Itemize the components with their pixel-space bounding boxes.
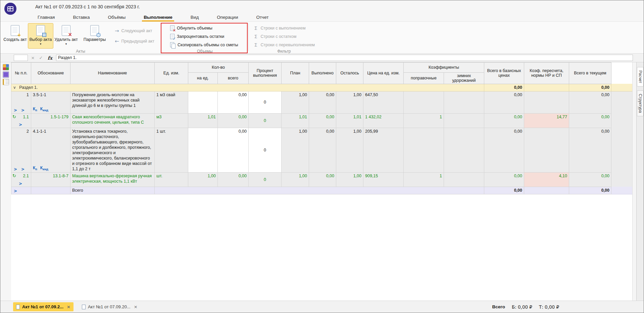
col-header-basis[interactable]: Обоснование: [31, 63, 70, 84]
ribbon-tab-operations[interactable]: Операции: [208, 13, 247, 21]
parameters-button[interactable]: Параметры: [82, 23, 107, 49]
cell-total-cur[interactable]: 0,00: [569, 187, 611, 194]
col-header-coef-corr[interactable]: поправочные: [404, 73, 444, 84]
side-tab-structure[interactable]: Структура: [637, 90, 644, 116]
select-act-button[interactable]: Выбор акта ▾: [28, 23, 53, 49]
ribbon-tab-volumes[interactable]: Объёмы: [99, 13, 135, 21]
vertical-scrollbar[interactable]: [632, 62, 636, 301]
cell-coef-recalc[interactable]: [524, 128, 569, 172]
cell-name-box[interactable]: [14, 55, 28, 61]
cell-qty-per[interactable]: [188, 128, 218, 172]
cell-name[interactable]: Установка станка токарного, сверлильно-р…: [70, 128, 155, 172]
col-header-qty-total[interactable]: всего: [218, 73, 249, 84]
cell-middle[interactable]: [155, 187, 484, 194]
cell-qty-total[interactable]: 0,00: [218, 91, 249, 113]
cell-total-cur[interactable]: 0,00: [569, 172, 611, 187]
col-header-num[interactable]: № п.п.: [11, 63, 31, 84]
cell-plan[interactable]: 1,00: [282, 172, 309, 187]
col-header-coef-winter[interactable]: зимних удорожаний: [444, 73, 484, 84]
cell-price[interactable]: 909,15: [363, 172, 404, 187]
cell-price[interactable]: 205,99: [363, 128, 404, 172]
col-header-qty-per[interactable]: на ед.: [188, 73, 218, 84]
cell-total-base[interactable]: 0,00: [484, 91, 524, 113]
cell-name[interactable]: Машина вертикально-фрезерная ручная элек…: [70, 172, 155, 187]
cell-percent[interactable]: 0: [249, 91, 282, 113]
chevron-right-icon[interactable]: >: [21, 167, 24, 171]
cell-coef-recalc[interactable]: [524, 84, 569, 91]
col-header-name[interactable]: Наименование: [70, 63, 155, 84]
ribbon-tab-report[interactable]: Отчет: [247, 13, 278, 21]
side-tab-calculation[interactable]: Расчет: [637, 67, 644, 86]
function-icon[interactable]: fx: [46, 55, 54, 61]
copy-volumes-button[interactable]: Скопировать объемы со сметы: [168, 41, 241, 49]
ribbon-tab-execution[interactable]: Выполнение: [135, 13, 182, 21]
grid-row-item[interactable]: 2>>4.1-1-1КпКиндУстановка станка токарно…: [11, 128, 633, 172]
next-act-button[interactable]: → Следующий акт: [112, 27, 157, 35]
delete-act-button[interactable]: × Удалить акт ▾: [53, 23, 79, 49]
cell-num[interactable]: 2>>: [11, 128, 31, 172]
coef-link[interactable]: Кинд: [40, 107, 48, 113]
prev-act-button[interactable]: ← Предыдущий акт: [112, 38, 157, 45]
formula-input[interactable]: Раздел 1.: [56, 55, 633, 61]
cell-unit[interactable]: 1 шт.: [155, 128, 188, 172]
cell-section-label[interactable]: >Раздел 1.: [11, 84, 484, 91]
cell-percent[interactable]: 0: [249, 128, 282, 172]
ribbon-tab-home[interactable]: Главная: [29, 13, 64, 21]
coef-link[interactable]: Кп: [33, 107, 37, 113]
cell-coef-recalc[interactable]: 4,10: [524, 172, 569, 187]
col-header-coef-group[interactable]: Коэффициенты: [404, 63, 484, 73]
confirm-icon[interactable]: ✓: [38, 55, 44, 60]
cell-done[interactable]: 0,00: [309, 172, 336, 187]
col-header-qty-group[interactable]: Кол-во: [188, 63, 249, 73]
cell-done[interactable]: 0,00: [309, 113, 336, 128]
cell-qty-per[interactable]: 1,01: [188, 113, 218, 128]
cell-plan[interactable]: 1,00: [282, 91, 309, 113]
coef-link[interactable]: Кп: [33, 166, 37, 172]
ribbon-tab-insert[interactable]: Вставка: [64, 13, 99, 21]
cell-name[interactable]: Погружение дизель-молотом на экскаваторе…: [70, 91, 155, 113]
cell-percent[interactable]: 0: [249, 172, 282, 187]
doc-tab-1[interactable]: Акт №1 от 07.09.2... ×: [13, 302, 73, 311]
cell-basis[interactable]: 3.5-1-1КпКинд: [31, 91, 70, 113]
cell-qty-total[interactable]: 0,00: [218, 113, 249, 128]
filter-done-rows-button[interactable]: Σ Строки с выполнением: [251, 24, 308, 32]
percent-remainders-button[interactable]: ✓ Запроцентовать остатки: [168, 33, 227, 40]
cell-coef-winter[interactable]: [444, 172, 484, 187]
cell-plan[interactable]: 1,00: [282, 128, 309, 172]
cell-basis[interactable]: 4.1-1-1КпКинд: [31, 128, 70, 172]
cell-total-base[interactable]: 0,00: [484, 113, 524, 128]
sections-palette-icon[interactable]: [3, 64, 9, 70]
filter-rest-rows-button[interactable]: Σ Строки с остатком: [251, 33, 299, 40]
chevron-right-icon[interactable]: >: [14, 189, 17, 193]
chevron-right-icon[interactable]: >: [19, 182, 22, 186]
col-header-percent[interactable]: Процент выполнения: [249, 63, 282, 84]
cell-qty-per[interactable]: [188, 91, 218, 113]
cell-num[interactable]: 1>>: [11, 91, 31, 113]
col-header-plan[interactable]: План: [282, 63, 309, 84]
ribbon-tab-view[interactable]: Вид: [182, 13, 208, 21]
col-header-done[interactable]: Выполнено: [309, 63, 336, 84]
cell-total-base[interactable]: 0,00: [484, 187, 524, 194]
close-tab-icon[interactable]: ×: [134, 304, 138, 309]
cell-total-cur[interactable]: 0,00: [569, 128, 611, 172]
cell-coef-corr[interactable]: [404, 128, 444, 172]
grid-row-resource[interactable]: ↻2.1>13.1-8-7Машина вертикально-фрезерна…: [11, 172, 633, 187]
cell-plan[interactable]: 1,01: [282, 113, 309, 128]
cell-total-base[interactable]: 0,00: [484, 128, 524, 172]
col-header-unit[interactable]: Ед. изм.: [155, 63, 188, 84]
cell-total-cur[interactable]: 0,00: [569, 84, 611, 91]
chevron-right-icon[interactable]: >: [14, 167, 17, 171]
cell-unit[interactable]: 1 м3 свай: [155, 91, 188, 113]
cell-rest[interactable]: 1,00: [336, 172, 363, 187]
panel-toggle-icon[interactable]: [3, 71, 9, 78]
cell-rest[interactable]: 1,00: [336, 91, 363, 113]
cell-done[interactable]: 0,00: [309, 128, 336, 172]
app-logo-icon[interactable]: [4, 3, 16, 15]
chevron-down-icon[interactable]: >: [13, 86, 16, 89]
cell-basis[interactable]: [31, 187, 70, 194]
cell-name[interactable]: Свая железобетонная квадратного сплошног…: [70, 113, 155, 128]
cell-coef-recalc[interactable]: [524, 187, 569, 194]
reset-volumes-button[interactable]: × Обнулить объемы: [168, 24, 215, 32]
cell-rest[interactable]: 1,01: [336, 113, 363, 128]
cell-percent[interactable]: 0: [249, 113, 282, 128]
